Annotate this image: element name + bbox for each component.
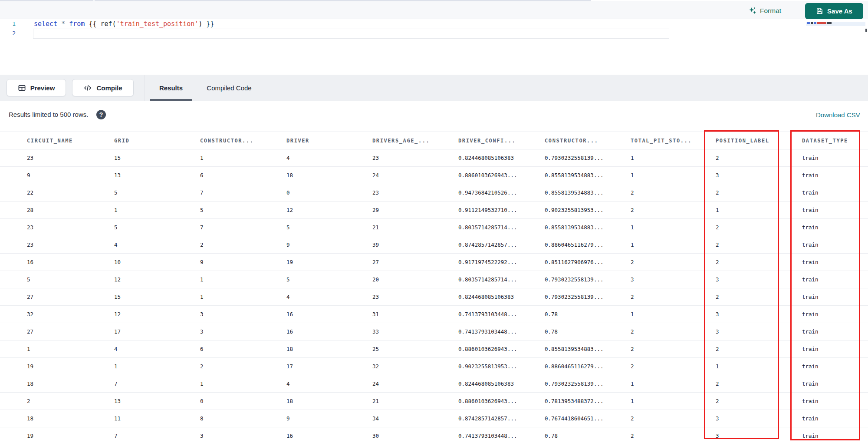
table-cell: 0.8511627906976...: [545, 254, 631, 271]
table-cell: 0.824468085106383: [458, 375, 545, 393]
table-cell: 3: [200, 323, 286, 341]
table-cell: 16: [286, 306, 372, 323]
table-grid-icon: [18, 84, 26, 92]
preview-button[interactable]: Preview: [7, 79, 66, 96]
table-cell: 5: [286, 271, 372, 288]
table-cell: 2: [716, 149, 802, 167]
table-row: 51215200.8035714285714...0.7930232558139…: [0, 271, 868, 288]
table-cell: 0: [200, 393, 286, 410]
table-cell: 2: [631, 288, 716, 306]
column-header-total-pit-sto: TOTAL_PIT_STO...: [631, 132, 716, 149]
table-cell: 13: [114, 167, 200, 184]
table-cell: train: [802, 219, 868, 236]
table-cell: 1: [114, 358, 200, 375]
table-cell: train: [802, 358, 868, 375]
table-cell: 17: [286, 358, 372, 375]
save-as-label: Save As: [827, 7, 852, 15]
table-cell: 0.824468085106383: [458, 149, 545, 167]
editor-toolbar: Format Save As: [0, 1, 868, 19]
table-cell: 0.9473684210526...: [458, 184, 545, 202]
action-bar: Preview Compile Results Compiled Code: [0, 75, 868, 101]
table-cell: 29: [372, 202, 458, 219]
table-cell: 2: [631, 341, 716, 358]
table-cell: 1: [200, 149, 286, 167]
table-cell: 6: [200, 341, 286, 358]
table-cell: train: [802, 306, 868, 323]
column-header-drivers-age: DRIVERS_AGE_...: [372, 132, 458, 149]
code-line[interactable]: select * from {{ ref('train_test_positio…: [34, 19, 214, 29]
table-cell: 27: [372, 254, 458, 271]
table-cell: 18: [286, 167, 372, 184]
table-cell: train: [802, 341, 868, 358]
compile-button[interactable]: Compile: [72, 79, 134, 96]
table-cell: 1: [716, 358, 802, 375]
table-cell: 2: [631, 184, 716, 202]
table-cell: 0.78: [545, 427, 631, 443]
table-cell: 0.7413793103448...: [458, 427, 545, 443]
table-cell: 23: [0, 149, 114, 167]
format-button[interactable]: Format: [748, 5, 781, 17]
table-cell: 0.7930232558139...: [545, 375, 631, 393]
table-cell: 4: [286, 288, 372, 306]
table-row: 23575210.8035714285714...0.8558139534883…: [0, 219, 868, 236]
table-cell: 12: [114, 306, 200, 323]
table-cell: 7: [200, 184, 286, 202]
table-cell: 22: [0, 184, 114, 202]
table-row: 231514230.8244680851063830.7930232558139…: [0, 149, 868, 167]
minimap[interactable]: [806, 21, 865, 33]
table-cell: 0.9171974522292...: [458, 254, 545, 271]
tab-compiled-code[interactable]: Compiled Code: [199, 75, 260, 101]
table-cell: 2: [631, 323, 716, 341]
table-cell: 0.8558139534883...: [545, 219, 631, 236]
save-as-button[interactable]: Save As: [805, 3, 863, 19]
table-cell: 30: [372, 427, 458, 443]
table-cell: 0.7413793103448...: [458, 306, 545, 323]
table-cell: 8: [200, 410, 286, 427]
table-cell: 25: [372, 341, 458, 358]
table-row: 281512290.9112149532710...0.902325581395…: [0, 202, 868, 219]
table-cell: train: [802, 167, 868, 184]
table-cell: train: [802, 149, 868, 167]
table-cell: 21: [372, 393, 458, 410]
code-token-bracket: ) }}: [198, 20, 214, 28]
column-header-dataset-type: DATASET_TYPE: [802, 132, 868, 149]
table-cell: 4: [114, 236, 200, 254]
table-cell: train: [802, 288, 868, 306]
table-row: 913618240.8860103626943...0.855813953488…: [0, 167, 868, 184]
table-cell: 4: [114, 341, 200, 358]
table-cell: 3: [716, 306, 802, 323]
table-cell: 18: [286, 341, 372, 358]
table-cell: 16: [286, 427, 372, 443]
table-cell: 0.8860103626943...: [458, 341, 545, 358]
column-header-constructor: CONSTRUCTOR...: [200, 132, 286, 149]
minimap-code-line: [807, 22, 832, 24]
table-cell: 39: [372, 236, 458, 254]
table-cell: 0.8558139534883...: [545, 167, 631, 184]
table-header-row: CIRCUIT_NAMEGRIDCONSTRUCTOR...DRIVERDRIV…: [0, 132, 868, 149]
table-cell: 0.7813953488372...: [545, 393, 631, 410]
table-cell: 1: [114, 202, 200, 219]
code-editor[interactable]: 1 2 select * from {{ ref('train_test_pos…: [0, 19, 868, 75]
table-cell: 1: [200, 288, 286, 306]
table-cell: 1: [716, 202, 802, 219]
table-row: 3212316310.7413793103448...0.7813train: [0, 306, 868, 323]
table-cell: 9: [286, 410, 372, 427]
save-icon: [816, 7, 823, 15]
tab-results[interactable]: Results: [150, 75, 192, 101]
table-cell: train: [802, 410, 868, 427]
table-cell: 3: [716, 167, 802, 184]
table-cell: 32: [0, 306, 114, 323]
table-cell: train: [802, 393, 868, 410]
table-cell: 16: [286, 323, 372, 341]
table-cell: train: [802, 184, 868, 202]
preview-label: Preview: [30, 84, 55, 92]
results-limit-notice: Results limited to 500 rows.: [9, 111, 88, 118]
code-token-bracket: {{: [89, 20, 100, 28]
line-number-2: 2: [0, 29, 16, 38]
help-icon[interactable]: ?: [96, 110, 106, 119]
table-row: 14618250.8860103626943...0.8558139534883…: [0, 341, 868, 358]
download-csv-link[interactable]: Download CSV: [816, 111, 860, 119]
table-cell: 23: [0, 219, 114, 236]
column-header-constructor: CONSTRUCTOR...: [545, 132, 631, 149]
sparkles-icon: [748, 7, 757, 15]
